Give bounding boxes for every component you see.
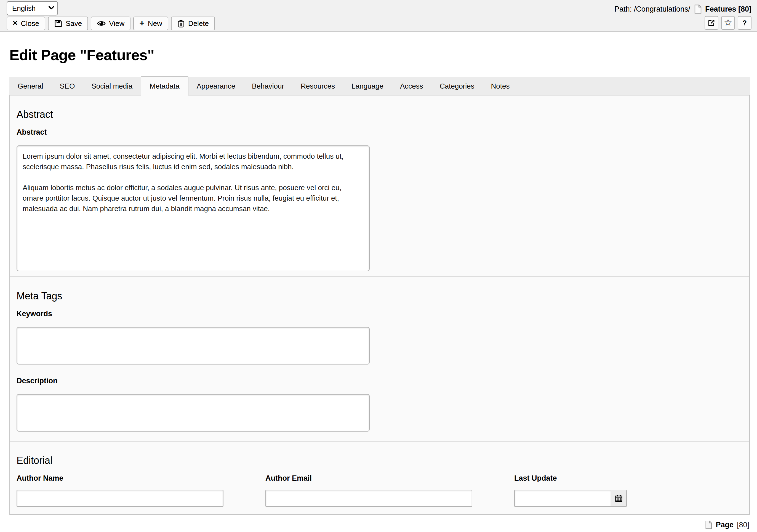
author-email-label: Author Email [265, 474, 472, 483]
record-info: Page [80] [705, 520, 749, 529]
edit-form-panel: Abstract Abstract Lorem ipsum dolor sit … [9, 95, 750, 515]
author-name-label: Author Name [16, 474, 224, 483]
author-name-field-group: Author Name [16, 466, 224, 507]
view-eye-icon [97, 20, 106, 27]
close-button-label: Close [21, 19, 39, 28]
tab-bar: General SEO Social media Metadata Appear… [9, 77, 750, 95]
editorial-fields-row: Author Name Author Email Last Update [16, 466, 742, 507]
close-button[interactable]: × Close [7, 16, 45, 30]
page-title: Edit Page "Features" [9, 47, 154, 63]
last-update-label: Last Update [514, 474, 627, 483]
language-select-wrapper: English [7, 1, 58, 16]
delete-button[interactable]: Delete [171, 16, 215, 30]
plus-icon: + [139, 18, 144, 27]
tab-notes[interactable]: Notes [483, 77, 518, 95]
help-icon: ? [742, 19, 747, 27]
tab-appearance[interactable]: Appearance [188, 77, 244, 95]
tab-seo[interactable]: SEO [51, 77, 83, 95]
record-title: Features [80] [705, 5, 751, 14]
tab-language[interactable]: Language [343, 77, 392, 95]
abstract-field-label: Abstract [16, 128, 742, 137]
bookmark-button[interactable]: ☆ [721, 16, 735, 30]
page-icon [694, 4, 702, 14]
description-textarea[interactable] [16, 394, 370, 431]
section-meta-tags-title: Meta Tags [16, 290, 742, 302]
star-icon: ☆ [724, 18, 732, 27]
author-email-field-group: Author Email [265, 466, 472, 507]
record-uid: [80] [737, 521, 749, 529]
help-button[interactable]: ? [738, 16, 751, 30]
edit-page-screen: English Path: /Congratulations/ Features… [0, 0, 757, 532]
tab-categories[interactable]: Categories [432, 77, 483, 95]
section-abstract: Abstract Abstract Lorem ipsum dolor sit … [10, 95, 749, 277]
author-email-input[interactable] [265, 490, 472, 507]
save-floppy-icon [54, 19, 62, 28]
close-icon: × [13, 19, 18, 27]
last-update-field-group: Last Update [514, 466, 627, 507]
last-update-input[interactable] [514, 490, 611, 507]
date-picker-button[interactable] [611, 490, 627, 507]
tab-metadata[interactable]: Metadata [141, 76, 188, 95]
path-label: Path: /Congratulations/ [614, 5, 690, 14]
tab-resources[interactable]: Resources [292, 77, 343, 95]
new-button-label: New [148, 19, 162, 28]
save-button[interactable]: Save [48, 16, 88, 30]
abstract-textarea[interactable]: Lorem ipsum dolor sit amet, consectetur … [16, 145, 370, 271]
window-buttons: ☆ ? [705, 16, 751, 30]
description-field-label: Description [16, 377, 742, 385]
record-type-label: Page [715, 521, 734, 529]
keywords-field-label: Keywords [16, 310, 742, 318]
doc-toolbar: × Close Save [7, 16, 215, 30]
page-record-icon [705, 520, 712, 529]
section-editorial-title: Editorial [16, 455, 742, 466]
calendar-icon [615, 494, 623, 502]
new-button[interactable]: + New [133, 16, 168, 30]
section-abstract-title: Abstract [16, 109, 742, 120]
delete-button-label: Delete [188, 19, 209, 28]
author-name-input[interactable] [16, 490, 224, 507]
tab-access[interactable]: Access [392, 77, 432, 95]
section-editorial: Editorial Author Name Author Email Last … [10, 442, 749, 514]
open-in-new-window-button[interactable] [705, 16, 718, 30]
tab-general[interactable]: General [9, 77, 51, 95]
breadcrumb: Path: /Congratulations/ Features [80] [614, 4, 751, 14]
external-link-icon [708, 19, 715, 27]
view-button[interactable]: View [91, 16, 131, 30]
tab-social-media[interactable]: Social media [83, 77, 141, 95]
section-meta-tags: Meta Tags Keywords Description [10, 277, 749, 442]
top-bar: English Path: /Congratulations/ Features… [0, 0, 757, 32]
language-select[interactable]: English [7, 1, 58, 16]
last-update-input-group [514, 490, 627, 507]
tab-behaviour[interactable]: Behaviour [244, 77, 292, 95]
trash-icon [177, 19, 185, 28]
keywords-textarea[interactable] [16, 327, 370, 364]
view-button-label: View [109, 19, 124, 28]
save-button-label: Save [66, 19, 82, 28]
